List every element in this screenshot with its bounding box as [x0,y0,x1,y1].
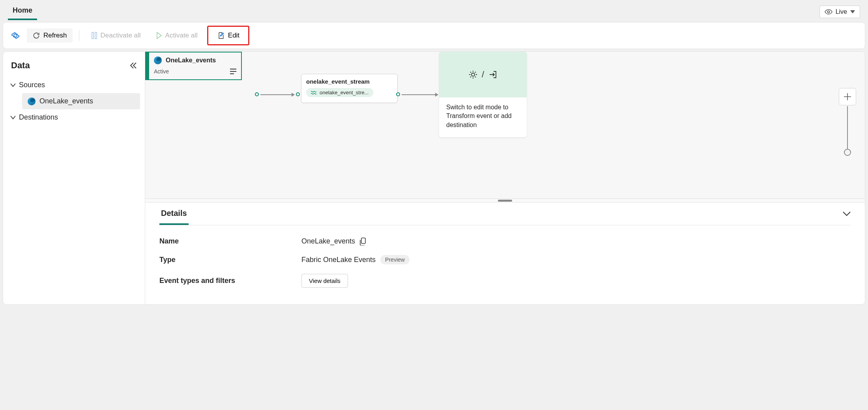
destinations-label: Destinations [19,113,58,122]
edit-label: Edit [228,32,239,39]
deactivate-all-button[interactable]: Deactivate all [86,28,146,43]
source-node[interactable]: OneLake_events Active [145,52,242,80]
deactivate-all-label: Deactivate all [101,32,141,39]
source-node-status: Active [154,68,169,75]
edit-button[interactable]: Edit [211,28,245,43]
connector [260,94,294,95]
copy-icon[interactable] [360,238,367,245]
refresh-icon [32,32,40,39]
destinations-section[interactable]: Destinations [8,109,140,125]
refresh-button[interactable]: Refresh [27,28,73,43]
svg-rect-2 [95,32,97,39]
output-icon [488,70,498,79]
activate-all-label: Activate all [165,32,198,39]
chevron-down-icon [10,83,16,87]
chevron-down-icon [850,10,855,13]
source-node-title: OneLake_events [166,57,216,64]
detail-filters-label: Event types and filters [159,277,301,285]
toolbar: Refresh Deactivate all Activate all Edit [3,22,865,49]
stream-node-title: onelake_event_stream [306,78,393,85]
add-node-connector [847,106,848,150]
sidebar-item-onelake-events[interactable]: OneLake_events [22,93,140,109]
chevron-down-icon[interactable] [843,212,851,216]
svg-point-0 [827,11,829,13]
stream-pill-label: onelake_event_stre... [320,90,369,95]
activate-all-button[interactable]: Activate all [150,28,203,43]
sidebar-item-label: OneLake_events [39,97,93,105]
preview-badge: Preview [380,255,410,264]
stream-icon [311,90,316,95]
node-output-port[interactable] [396,92,400,96]
scroll-knob[interactable] [844,149,851,156]
detail-type-label: Type [159,256,301,264]
view-details-button[interactable]: View details [301,274,348,288]
sources-label: Sources [19,81,45,89]
plus-icon [844,93,851,100]
sources-section[interactable]: Sources [8,77,140,93]
toolbar-separator [79,30,79,41]
mode-dropdown[interactable]: Live [819,6,860,18]
details-tab[interactable]: Details [159,202,189,225]
stream-pill[interactable]: onelake_event_stre... [306,88,373,97]
grip-icon [498,200,512,202]
edit-icon [217,32,225,39]
slash-separator: / [482,69,484,80]
gear-icon [11,31,20,40]
panel-splitter[interactable] [145,198,865,202]
hint-card: / Switch to edit mode to Transform event… [439,52,527,137]
menu-icon[interactable] [230,69,236,74]
pause-icon [91,32,97,39]
node-input-port[interactable] [296,92,300,96]
onelake-icon [28,97,36,105]
node-output-port[interactable] [255,92,259,96]
connector [402,94,438,95]
settings-button[interactable] [8,28,23,43]
sidebar: Data Sources OneLake_events Destinations [3,52,145,304]
onelake-icon [154,56,162,64]
canvas[interactable]: OneLake_events Active onelake_event_stre… [145,52,865,198]
details-panel: Details Name OneLake_events Type Fabri [145,202,865,304]
refresh-label: Refresh [43,32,67,39]
svg-rect-4 [361,238,365,243]
collapse-sidebar-icon[interactable] [130,62,137,69]
svg-rect-1 [92,32,94,39]
edit-highlight: Edit [207,26,249,45]
chevron-down-icon [10,116,16,120]
detail-name-value: OneLake_events [301,237,355,245]
stream-node[interactable]: onelake_event_stream onelake_event_stre.… [301,74,398,103]
transform-icon [468,70,478,79]
mode-label: Live [836,8,847,15]
hint-text: Switch to edit mode to Transform event o… [439,97,527,137]
svg-point-3 [471,73,475,76]
sidebar-title: Data [11,60,30,71]
tab-home[interactable]: Home [8,3,37,20]
eye-icon [825,9,832,15]
detail-type-value: Fabric OneLake Events [301,256,376,264]
detail-name-label: Name [159,237,301,245]
add-node-button[interactable] [839,88,856,105]
play-icon [156,32,162,39]
